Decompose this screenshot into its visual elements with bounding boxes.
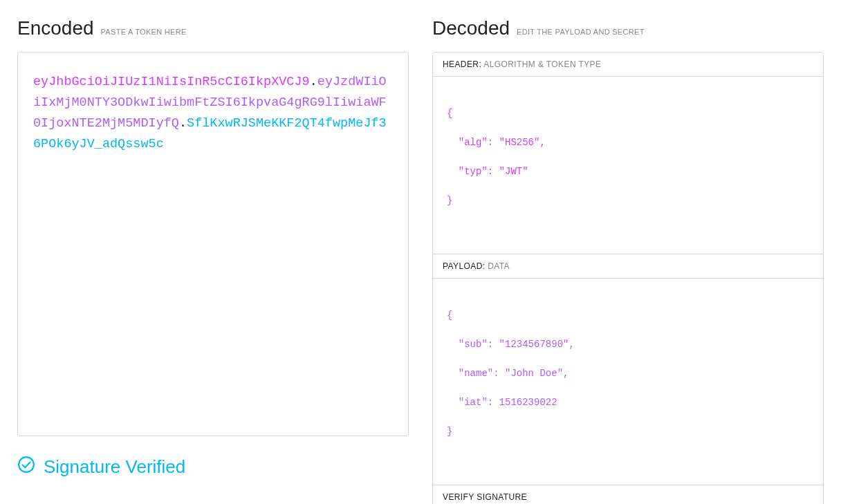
- payload-json-line: {: [447, 308, 809, 323]
- decoded-header-label: HEADER: ALGORITHM & TOKEN TYPE: [433, 53, 823, 76]
- payload-sublabel: DATA: [488, 261, 510, 271]
- token-dot: .: [310, 75, 317, 89]
- decoded-title-text: Decoded: [432, 17, 510, 39]
- decoded-payload-body[interactable]: { "sub": "1234567890", "name": "John Doe…: [433, 278, 823, 485]
- token-dot: .: [179, 116, 187, 131]
- decoded-signature-label: VERIFY SIGNATURE: [433, 485, 823, 504]
- encoded-token-box[interactable]: eyJhbGciOiJIUzI1NiIsInR5cCI6IkpXVCJ9.eyJ…: [17, 52, 409, 436]
- signature-status: Signature Verified: [17, 456, 409, 478]
- encoded-title-text: Encoded: [17, 17, 94, 39]
- decoded-column: Decoded EDIT THE PAYLOAD AND SECRET HEAD…: [432, 17, 824, 504]
- payload-json-line: "sub": "1234567890",: [447, 337, 809, 352]
- payload-json-line: "name": "John Doe",: [447, 366, 809, 381]
- header-json-line: }: [447, 194, 809, 208]
- header-sublabel: ALGORITHM & TOKEN TYPE: [483, 59, 601, 69]
- payload-json-line: "iat": 1516239022: [447, 395, 809, 410]
- decoded-panel: HEADER: ALGORITHM & TOKEN TYPE { "alg": …: [432, 52, 824, 504]
- decoded-payload-label: PAYLOAD: DATA: [433, 254, 823, 278]
- header-label: HEADER:: [443, 59, 481, 69]
- signature-status-text: Signature Verified: [44, 456, 185, 478]
- header-json-line: "alg": "HS256",: [447, 136, 809, 150]
- decoded-subtitle: EDIT THE PAYLOAD AND SECRET: [517, 28, 645, 36]
- encoded-title: Encoded PASTE A TOKEN HERE: [17, 17, 409, 39]
- signature-label: VERIFY SIGNATURE: [443, 492, 527, 502]
- header-json-line: {: [447, 106, 809, 121]
- encoded-subtitle: PASTE A TOKEN HERE: [101, 28, 187, 36]
- svg-point-0: [19, 457, 34, 472]
- check-circle-icon: [17, 456, 35, 478]
- encoded-header-segment: eyJhbGciOiJIUzI1NiIsInR5cCI6IkpXVCJ9: [33, 75, 310, 89]
- payload-json-line: }: [447, 424, 809, 439]
- payload-label: PAYLOAD:: [443, 261, 485, 271]
- decoded-header-body[interactable]: { "alg": "HS256", "typ": "JWT" }: [433, 76, 823, 254]
- decoded-title: Decoded EDIT THE PAYLOAD AND SECRET: [432, 17, 824, 39]
- header-json-line: "typ": "JWT": [447, 165, 809, 179]
- encoded-column: Encoded PASTE A TOKEN HERE eyJhbGciOiJIU…: [17, 17, 409, 504]
